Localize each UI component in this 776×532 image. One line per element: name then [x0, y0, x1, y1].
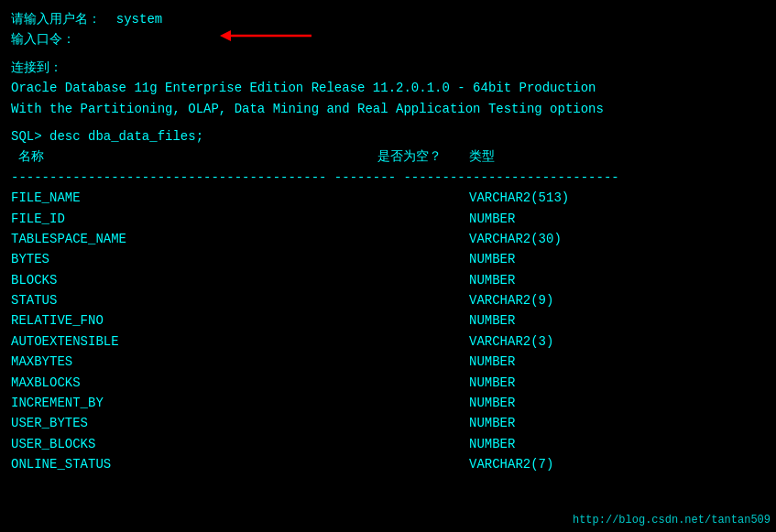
- field-name: FILE_NAME: [11, 188, 377, 208]
- field-name: BYTES: [11, 249, 377, 269]
- field-name: INCREMENT_BY: [11, 393, 377, 413]
- field-nullable: [377, 249, 469, 269]
- field-type: VARCHAR2(30): [469, 229, 765, 249]
- field-row: USER_BYTESNUMBER: [11, 413, 765, 433]
- field-row: BYTESNUMBER: [11, 249, 765, 269]
- field-row: INCREMENT_BYNUMBER: [11, 393, 765, 413]
- sql-command: SQL> desc dba_data_files;: [11, 126, 765, 147]
- field-nullable: [377, 188, 469, 208]
- field-row: MAXBLOCKSNUMBER: [11, 373, 765, 393]
- fields-container: FILE_NAMEVARCHAR2(513)FILE_IDNUMBERTABLE…: [11, 188, 765, 474]
- field-type: NUMBER: [469, 373, 765, 393]
- field-type: NUMBER: [469, 352, 765, 372]
- field-name: MAXBYTES: [11, 352, 377, 372]
- field-nullable: [377, 310, 469, 331]
- divider-line: ----------------------------------------…: [11, 168, 765, 188]
- field-row: AUTOEXTENSIBLEVARCHAR2(3): [11, 331, 765, 352]
- field-nullable: [377, 352, 469, 372]
- field-nullable: [377, 373, 469, 393]
- field-name: RELATIVE_FNO: [11, 310, 377, 331]
- field-row: FILE_IDNUMBER: [11, 209, 765, 229]
- field-row: FILE_NAMEVARCHAR2(513): [11, 188, 765, 208]
- oracle-info-1: Oracle Database 11g Enterprise Edition R…: [11, 78, 765, 98]
- field-name: TABLESPACE_NAME: [11, 229, 377, 249]
- connected-label: 连接到：: [11, 58, 765, 78]
- field-name: BLOCKS: [11, 270, 377, 290]
- field-row: STATUSVARCHAR2(9): [11, 290, 765, 310]
- svg-marker-1: [220, 30, 231, 41]
- oracle-info-2: With the Partitioning, OLAP, Data Mining…: [11, 99, 765, 119]
- field-name: USER_BYTES: [11, 413, 377, 433]
- col-header-name: 名称: [11, 147, 377, 167]
- field-nullable: [377, 270, 469, 290]
- field-name: ONLINE_STATUS: [11, 454, 377, 474]
- field-nullable: [377, 331, 469, 352]
- field-type: NUMBER: [469, 249, 765, 269]
- field-nullable: [377, 229, 469, 249]
- field-nullable: [377, 209, 469, 229]
- field-name: FILE_ID: [11, 209, 377, 229]
- field-type: NUMBER: [469, 310, 765, 331]
- watermark: http://blog.csdn.net/tantan509: [573, 514, 771, 527]
- prompt-pass-line: 输入口令：: [11, 29, 765, 49]
- field-nullable: [377, 290, 469, 310]
- field-type: NUMBER: [469, 434, 765, 454]
- field-type: NUMBER: [469, 209, 765, 229]
- arrow-annotation: [211, 22, 321, 49]
- field-type: NUMBER: [469, 393, 765, 413]
- field-nullable: [377, 434, 469, 454]
- field-type: VARCHAR2(9): [469, 290, 765, 310]
- field-name: MAXBLOCKS: [11, 373, 377, 393]
- col-header-type: 类型: [469, 147, 765, 167]
- col-header-nullable: 是否为空？: [377, 147, 469, 167]
- prompt-user-line: 请输入用户名： system: [11, 9, 765, 29]
- field-name: USER_BLOCKS: [11, 434, 377, 454]
- field-row: BLOCKSNUMBER: [11, 270, 765, 290]
- field-name: STATUS: [11, 290, 377, 310]
- field-nullable: [377, 393, 469, 413]
- field-row: RELATIVE_FNONUMBER: [11, 310, 765, 331]
- field-row: TABLESPACE_NAMEVARCHAR2(30): [11, 229, 765, 249]
- field-type: NUMBER: [469, 270, 765, 290]
- field-name: AUTOEXTENSIBLE: [11, 331, 377, 352]
- field-type: VARCHAR2(513): [469, 188, 765, 208]
- field-type: NUMBER: [469, 413, 765, 433]
- field-nullable: [377, 454, 469, 474]
- column-header-row: 名称 是否为空？ 类型: [11, 147, 765, 167]
- terminal-window: 请输入用户名： system 输入口令： 连接到： Oracle Databas…: [0, 0, 776, 532]
- field-row: MAXBYTESNUMBER: [11, 352, 765, 372]
- field-row: USER_BLOCKSNUMBER: [11, 434, 765, 454]
- field-nullable: [377, 413, 469, 433]
- field-type: VARCHAR2(7): [469, 454, 765, 474]
- field-row: ONLINE_STATUSVARCHAR2(7): [11, 454, 765, 474]
- field-type: VARCHAR2(3): [469, 331, 765, 352]
